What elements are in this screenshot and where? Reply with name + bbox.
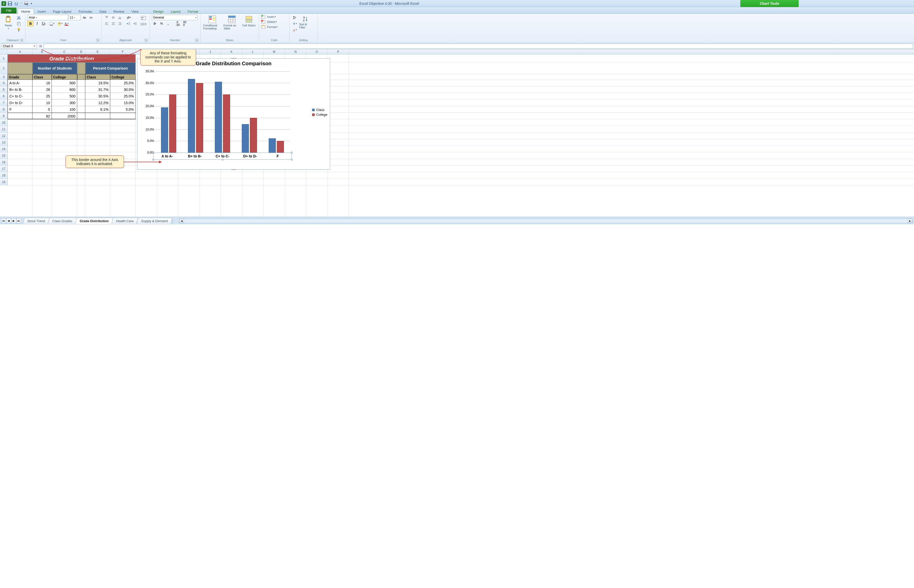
excel-icon[interactable]: X xyxy=(1,1,6,6)
print-preview-icon[interactable] xyxy=(23,1,29,6)
row-header-19[interactable]: 19 xyxy=(0,179,8,185)
col-header-F[interactable]: F xyxy=(110,49,136,54)
font-launcher-icon[interactable]: ⬊ xyxy=(96,39,99,42)
undo-icon[interactable] xyxy=(13,1,19,6)
increase-font-icon[interactable]: A▴ xyxy=(81,15,87,20)
row-header-14[interactable]: 14 xyxy=(0,146,8,152)
sheet-tab-grade-distribution[interactable]: Grade Distribution xyxy=(75,218,113,224)
col-header-N[interactable]: N xyxy=(285,49,306,54)
legend-item[interactable]: College xyxy=(312,113,327,116)
row-header-13[interactable]: 13 xyxy=(0,139,8,146)
row-header-12[interactable]: 12 xyxy=(0,132,8,139)
border-button[interactable]: ▾ xyxy=(49,21,55,26)
decrease-indent-icon[interactable] xyxy=(125,21,131,26)
align-middle-icon[interactable] xyxy=(110,15,116,20)
sheet-nav-first-icon[interactable]: ⏮ xyxy=(1,218,6,223)
sheet-nav-prev-icon[interactable]: ◀ xyxy=(6,218,11,223)
col-header-O[interactable]: O xyxy=(306,49,328,54)
col-header-L[interactable]: L xyxy=(242,49,264,54)
font-name-combo[interactable]: Arial▾ xyxy=(28,15,68,20)
col-header-K[interactable]: K xyxy=(221,49,242,54)
sheet-tab-health-care[interactable]: Health Care xyxy=(112,218,138,224)
row-header-2[interactable]: 2 xyxy=(0,63,8,74)
sheet-tab-stock-trend[interactable]: Stock Trend xyxy=(23,218,50,224)
row-header-5[interactable]: 5 xyxy=(0,86,8,93)
row-header-16[interactable]: 16 xyxy=(0,159,8,166)
sheet-tab-class-grades[interactable]: Class Grades xyxy=(48,218,77,224)
increase-indent-icon[interactable] xyxy=(132,21,138,26)
x-axis-selected[interactable]: A to A-B+ to B-C+ to C-D+ to D-F xyxy=(153,153,292,160)
paste-button[interactable]: Paste ▾ xyxy=(2,15,15,30)
align-bottom-icon[interactable] xyxy=(117,15,123,20)
percent-format-icon[interactable]: % xyxy=(159,21,165,26)
row-header-7[interactable]: 7 xyxy=(0,100,8,106)
qat-dropdown-icon[interactable]: ▾ xyxy=(29,1,33,6)
autosum-icon[interactable]: Σ▾ xyxy=(291,15,298,20)
col-header-M[interactable]: M xyxy=(264,49,285,54)
fill-color-button[interactable]: ▾ xyxy=(57,21,63,26)
sheet-tab-supply-demand[interactable]: Supply & Demand xyxy=(136,218,172,224)
align-right-icon[interactable] xyxy=(117,21,123,26)
number-launcher-icon[interactable]: ⬊ xyxy=(195,39,198,42)
increase-decimal-icon[interactable]: .0.00 xyxy=(175,21,181,26)
merge-center-button[interactable]: ▾ xyxy=(139,21,147,27)
embedded-chart[interactable]: Grade Distribution Comparison 0.0%5.0%10… xyxy=(137,58,330,170)
col-header-J[interactable]: J xyxy=(200,49,221,54)
save-icon[interactable] xyxy=(7,1,13,6)
row-header-11[interactable]: 11 xyxy=(0,126,8,132)
bar[interactable] xyxy=(161,107,168,153)
sort-filter-button[interactable]: AZSort & Filter xyxy=(299,15,312,29)
bar[interactable] xyxy=(215,82,222,153)
format-painter-icon[interactable] xyxy=(16,27,22,32)
row-header-9[interactable]: 9 xyxy=(0,113,8,120)
col-header-P[interactable]: P xyxy=(328,49,349,54)
horizontal-scrollbar[interactable]: ◀ ▶ xyxy=(179,219,912,223)
bar[interactable] xyxy=(196,83,203,153)
col-header-B[interactable]: B xyxy=(32,49,52,54)
format-cells-button[interactable]: Format ▾ xyxy=(261,25,278,29)
delete-cells-button[interactable]: Delete ▾ xyxy=(261,20,277,24)
bar[interactable] xyxy=(242,124,249,153)
bar[interactable] xyxy=(188,79,195,153)
orientation-icon[interactable]: ab▾ xyxy=(125,15,131,20)
row-header-8[interactable]: 8 xyxy=(0,106,8,113)
row-header-6[interactable]: 6 xyxy=(0,93,8,100)
file-tab[interactable]: File xyxy=(1,8,16,13)
bar[interactable] xyxy=(250,118,257,153)
accounting-format-icon[interactable]: $▾ xyxy=(152,21,158,26)
decrease-font-icon[interactable]: A▾ xyxy=(88,15,94,20)
decrease-decimal-icon[interactable]: .00.0 xyxy=(181,21,188,26)
formula-input[interactable] xyxy=(44,44,913,49)
align-top-icon[interactable] xyxy=(104,15,110,20)
underline-button[interactable]: U▾ xyxy=(40,21,47,26)
redo-icon[interactable] xyxy=(19,1,23,6)
alignment-launcher-icon[interactable]: ⬊ xyxy=(144,39,147,42)
chart-legend[interactable]: ClassCollege xyxy=(312,107,327,118)
col-header-C[interactable]: C xyxy=(52,49,77,54)
tab-splitter[interactable] xyxy=(172,218,178,224)
copy-icon[interactable] xyxy=(16,21,22,26)
bar[interactable] xyxy=(269,138,276,153)
select-all-corner[interactable] xyxy=(0,49,8,54)
font-color-button[interactable]: A▾ xyxy=(63,21,70,26)
name-box[interactable]: Chart 3▾ xyxy=(1,44,37,49)
plot-area[interactable]: 0.0%5.0%10.0%15.0%20.0%25.0%30.0%35.0% xyxy=(155,71,290,153)
row-header-18[interactable]: 18 xyxy=(0,172,8,179)
chart-handle-top[interactable] xyxy=(231,58,236,59)
comma-format-icon[interactable]: , xyxy=(165,21,171,26)
bar[interactable] xyxy=(223,94,230,153)
fx-icon[interactable]: fx xyxy=(37,44,44,48)
bar[interactable] xyxy=(169,94,176,153)
format-as-table-button[interactable]: Format as Table xyxy=(223,15,241,31)
insert-cells-button[interactable]: Insert ▾ xyxy=(261,15,276,19)
scroll-right-icon[interactable]: ▶ xyxy=(908,219,912,223)
bold-button[interactable]: B xyxy=(28,21,34,26)
row-header-17[interactable]: 17 xyxy=(0,166,8,172)
scroll-left-icon[interactable]: ◀ xyxy=(179,219,184,223)
row-header-3[interactable]: 3 xyxy=(0,74,8,80)
wrap-text-button[interactable]: abc xyxy=(139,15,147,21)
number-format-combo[interactable]: General▾ xyxy=(152,15,197,20)
worksheet-grid[interactable]: ABCDEFGHIJKLMNOP 12345678910111213141516… xyxy=(0,49,914,217)
row-header-15[interactable]: 15 xyxy=(0,152,8,159)
row-header-10[interactable]: 10 xyxy=(0,120,8,126)
